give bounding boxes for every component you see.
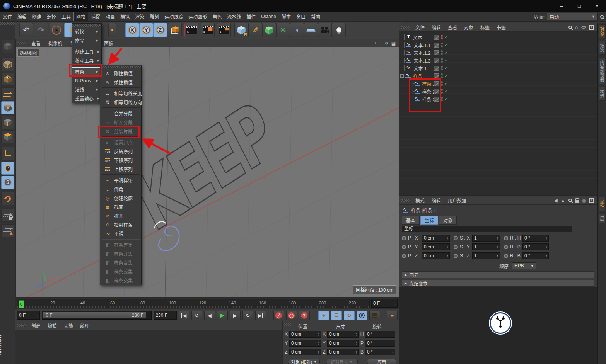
row-toggles[interactable]: ✓: [434, 96, 448, 102]
rh-field[interactable]: 0 °▴▾: [522, 235, 549, 242]
spinner-icon[interactable]: ▴▾: [392, 350, 393, 354]
sx-field[interactable]: 1▴▾: [472, 235, 500, 242]
next-frame-button[interactable]: ▶: [230, 311, 241, 320]
layer-swatch[interactable]: [434, 35, 439, 40]
menu-edit[interactable]: 编辑: [15, 12, 29, 21]
visibility-dot-editor[interactable]: [441, 58, 443, 60]
submenu-project-spline[interactable]: 投射样条: [100, 220, 141, 229]
mesh-menu-convert[interactable]: 转换▶: [72, 27, 101, 36]
enable-check-icon[interactable]: ✓: [444, 88, 448, 94]
menu-tearoff-handle[interactable]: [101, 66, 141, 68]
menu-file[interactable]: 文件: [0, 12, 15, 21]
menu-select[interactable]: 选择: [44, 12, 59, 21]
dock-tab-content-browser[interactable]: 内容浏览器: [599, 58, 606, 84]
size-x-field[interactable]: 0 cm▴▾: [327, 331, 359, 338]
freeze-transform-section[interactable]: ▶冻结变换: [402, 280, 594, 287]
drag-handle[interactable]: [401, 199, 410, 202]
pos-z-field[interactable]: 0 cm▴▾: [289, 349, 321, 355]
layer-swatch[interactable]: [434, 97, 439, 102]
spline-pen-button[interactable]: ✎: [248, 23, 262, 37]
visibility-dot-render[interactable]: [441, 92, 443, 94]
apply-button[interactable]: 应用: [367, 359, 396, 364]
home-icon[interactable]: ⌂: [575, 24, 578, 30]
y-axis-lock-button[interactable]: Y: [139, 23, 153, 37]
pz-field[interactable]: 0 cm▴▾: [422, 252, 450, 259]
visibility-dot-editor[interactable]: [441, 81, 443, 83]
submenu-spline-subtract[interactable]: 样条合集: [100, 258, 141, 267]
play-button[interactable]: ▶: [217, 311, 228, 320]
visibility-dot-render[interactable]: [441, 61, 443, 63]
end-frame-field[interactable]: 230 F▴▾: [154, 311, 176, 320]
keyframe-radio-icon[interactable]: [454, 245, 458, 249]
enable-check-icon[interactable]: ✓: [444, 42, 448, 48]
spinner-icon[interactable]: ▴▾: [174, 314, 175, 317]
enable-check-icon[interactable]: ✓: [444, 65, 448, 71]
px-field[interactable]: 0 cm▴▾: [422, 235, 450, 242]
keyframe-radio-icon[interactable]: [454, 236, 458, 240]
sy-field[interactable]: 1▴▾: [472, 243, 500, 250]
submenu-chamfer[interactable]: 倒角: [100, 185, 141, 194]
dock-tab-takes[interactable]: 场次: [599, 41, 606, 55]
rot-h-field[interactable]: 0 °▴▾: [365, 331, 395, 338]
layer-swatch[interactable]: [434, 58, 439, 63]
om-menu-view[interactable]: 查看: [444, 24, 461, 31]
attr-menu-edit[interactable]: 编辑: [428, 197, 444, 204]
frame-ruler[interactable]: 0 20 40 60 80 100 120 140 160 180 200 22…: [17, 299, 370, 308]
visibility-dot-render[interactable]: [441, 45, 443, 47]
mesh-menu-commands[interactable]: 命令▶: [72, 36, 101, 45]
viewport-menu-view[interactable]: 查看: [27, 40, 44, 46]
undo-button[interactable]: ↶: [19, 23, 33, 37]
quaternion-section[interactable]: ▶四元: [402, 271, 594, 278]
viewport-menu-cameras[interactable]: 摄像机: [44, 40, 66, 46]
submenu-explode-segments[interactable]: 分裂片段: [100, 127, 141, 136]
pos-y-field[interactable]: 0 cm▴▾: [289, 340, 321, 347]
rotate-view-icon[interactable]: ↻: [385, 41, 389, 46]
history-forward-icon[interactable]: ▲: [561, 198, 565, 203]
menu-snap[interactable]: 捕捉: [88, 12, 103, 21]
frame-spinner-field[interactable]: 0 F▴▾: [17, 311, 40, 320]
menu-pipeline[interactable]: 流水线: [224, 12, 244, 21]
layer-swatch[interactable]: [434, 73, 439, 78]
spinner-icon[interactable]: ▴▾: [318, 333, 319, 336]
visibility-dot-render[interactable]: [441, 68, 443, 70]
spinner-icon[interactable]: ▴▾: [394, 302, 396, 305]
object-row-text12[interactable]: ├文本.1.2: [403, 49, 431, 56]
submenu-reverse-sequence[interactable]: 反转序列: [100, 147, 141, 156]
menu-help[interactable]: 帮助: [308, 12, 323, 21]
enable-axis-button[interactable]: [1, 147, 14, 160]
timeline-window-button[interactable]: ≡: [387, 311, 398, 320]
render-to-picture-viewer-button[interactable]: [201, 23, 215, 37]
menu-mesh[interactable]: 网格: [73, 12, 88, 21]
submenu-join-segment[interactable]: 合并分段: [100, 109, 141, 118]
mograph-button[interactable]: ✳: [276, 23, 290, 37]
pos-x-field[interactable]: 0 cm▴▾: [289, 331, 321, 338]
visibility-dot-editor[interactable]: [441, 89, 443, 91]
visibility-dot-editor[interactable]: [441, 43, 443, 44]
submenu-smooth[interactable]: 平滑: [100, 229, 141, 238]
spinner-icon[interactable]: ▴▾: [447, 254, 448, 257]
lock-icon[interactable]: [575, 200, 579, 203]
menu-character[interactable]: 角色: [210, 12, 224, 21]
workplane-mode-button[interactable]: [1, 87, 14, 100]
rp-field[interactable]: 0 °▴▾: [522, 243, 549, 250]
object-row-text11[interactable]: ├文本.1.1: [403, 41, 431, 49]
current-frame-field[interactable]: 0 F▴▾: [371, 299, 398, 308]
layer-swatch[interactable]: [434, 43, 439, 48]
z-axis-lock-button[interactable]: Z: [153, 23, 167, 37]
spinner-icon[interactable]: ▴▾: [356, 342, 357, 345]
size-z-field[interactable]: 0 cm▴▾: [327, 349, 359, 355]
visibility-dot-render[interactable]: [441, 53, 443, 55]
menu-tools[interactable]: 工具: [59, 12, 73, 21]
playhead[interactable]: 0: [19, 300, 24, 308]
dock-tab-objects[interactable]: 对象: [599, 24, 606, 38]
polygons-mode-button[interactable]: [1, 130, 14, 143]
menu-motion-tracker[interactable]: 运动跟踪: [162, 12, 186, 21]
model-mode-button[interactable]: [1, 58, 14, 71]
spinner-icon[interactable]: ▴▾: [318, 350, 319, 354]
menu-mograph[interactable]: 运动图形: [186, 12, 210, 21]
interface-dropdown[interactable]: 启动 ▼: [547, 13, 598, 20]
toggle-view-icon[interactable]: ▦: [391, 41, 396, 46]
last-tool-button[interactable]: ➤: [108, 23, 116, 37]
environment-button[interactable]: [304, 23, 318, 37]
submenu-spline-or[interactable]: 样条或集: [100, 267, 141, 276]
